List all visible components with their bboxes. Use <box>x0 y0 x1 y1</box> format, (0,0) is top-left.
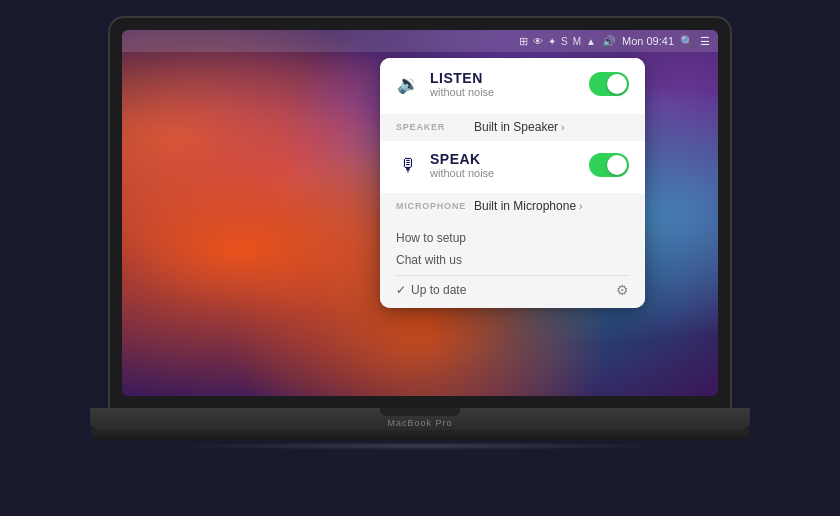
microphone-icon: 🎙 <box>396 153 420 177</box>
laptop-notch <box>380 408 460 416</box>
setup-link[interactable]: How to setup <box>396 227 629 249</box>
menubar-time: Mon 09:41 <box>622 35 674 47</box>
laptop-screen: ⊞ 👁 ✦ S M ▲ 🔊 Mon 09:41 🔍 ☰ <box>110 18 730 408</box>
menubar-volume: 🔊 <box>602 35 616 48</box>
menubar: ⊞ 👁 ✦ S M ▲ 🔊 Mon 09:41 🔍 ☰ <box>122 30 718 52</box>
laptop-reflection <box>170 442 670 450</box>
gear-icon[interactable]: ⚙ <box>616 282 629 298</box>
footer-status-row: ✓ Up to date ⚙ <box>396 275 629 300</box>
menubar-icon-dropbox: ✦ <box>548 36 556 47</box>
listen-row: 🔉 LISTEN without noise <box>396 70 629 98</box>
microphone-label: MICROPHONE <box>396 201 466 211</box>
chat-link[interactable]: Chat with us <box>396 249 629 271</box>
speaker-row: SPEAKER Built in Speaker › <box>380 114 645 140</box>
speak-toggle[interactable] <box>589 153 629 177</box>
listen-section: 🔉 LISTEN without noise <box>380 58 645 114</box>
microphone-value[interactable]: Built in Microphone › <box>474 199 583 213</box>
speak-title: SPEAK <box>430 151 494 167</box>
speaker-label: SPEAKER <box>396 122 466 132</box>
speak-row-left: 🎙 SPEAK without noise <box>396 151 494 179</box>
checkmark-icon: ✓ <box>396 283 406 297</box>
microphone-chevron-icon: › <box>579 200 583 212</box>
listen-title-group: LISTEN without noise <box>430 70 494 98</box>
panel-footer: How to setup Chat with us ✓ Up to date ⚙ <box>380 219 645 308</box>
laptop-brand: MacBook Pro <box>387 418 452 428</box>
listen-row-left: 🔉 LISTEN without noise <box>396 70 494 98</box>
listen-toggle[interactable] <box>589 72 629 96</box>
menubar-icon-skype: S <box>561 36 568 47</box>
menu-icon: ☰ <box>700 35 710 48</box>
menubar-icon-eye: 👁 <box>533 36 543 47</box>
menubar-icon-mail: M <box>573 36 581 47</box>
status-text: Up to date <box>411 283 466 297</box>
microphone-row: MICROPHONE Built in Microphone › <box>380 193 645 219</box>
dropdown-panel: 🔉 LISTEN without noise SPEAKER Built in <box>380 58 645 308</box>
speak-row: 🎙 SPEAK without noise <box>396 151 629 179</box>
laptop-base: MacBook Pro <box>90 408 750 430</box>
microphone-value-text: Built in Microphone <box>474 199 576 213</box>
speak-subtitle: without noise <box>430 167 494 179</box>
screen-display: ⊞ 👁 ✦ S M ▲ 🔊 Mon 09:41 🔍 ☰ <box>122 30 718 396</box>
speak-title-group: SPEAK without noise <box>430 151 494 179</box>
menubar-icon-grid: ⊞ <box>519 35 528 48</box>
footer-status: ✓ Up to date <box>396 283 466 297</box>
speaker-value[interactable]: Built in Speaker › <box>474 120 565 134</box>
laptop-wrapper: ⊞ 👁 ✦ S M ▲ 🔊 Mon 09:41 🔍 ☰ <box>70 18 770 498</box>
menubar-icons: ⊞ 👁 ✦ S M ▲ <box>519 35 596 48</box>
speak-section: 🎙 SPEAK without noise <box>380 141 645 193</box>
volume-icon: 🔊 <box>602 35 616 48</box>
menubar-icon-alert: ▲ <box>586 36 596 47</box>
search-icon: 🔍 <box>680 35 694 48</box>
listen-title: LISTEN <box>430 70 494 86</box>
speaker-icon: 🔉 <box>396 72 420 96</box>
speaker-value-text: Built in Speaker <box>474 120 558 134</box>
speaker-chevron-icon: › <box>561 121 565 133</box>
laptop-stand <box>90 430 750 440</box>
listen-subtitle: without noise <box>430 86 494 98</box>
